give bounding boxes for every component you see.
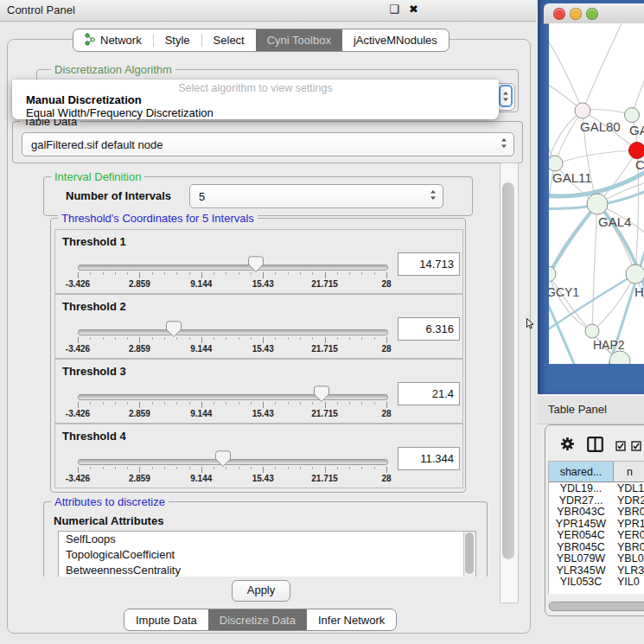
network-edge[interactable]	[632, 60, 644, 115]
cell-name[interactable]: YPR1	[614, 518, 644, 530]
node-table[interactable]: shared... n YDL19...YDL1YDR27...YDR2YBR0…	[548, 461, 644, 594]
spinner-arrows-icon	[502, 91, 509, 102]
threshold-slider-track[interactable]	[78, 394, 388, 400]
dropdown-option-equal-width-frequency[interactable]: Equal Width/Frequency Discretization	[15, 106, 496, 119]
mac-close-icon[interactable]	[553, 8, 565, 20]
threshold-slider-thumb[interactable]	[166, 321, 182, 338]
network-node[interactable]	[629, 143, 644, 159]
network-canvas[interactable]: GAL80GACGAL11GAL4GCY1HHAP2	[549, 23, 644, 364]
cell-name[interactable]: YBR0	[614, 541, 644, 553]
scrollbar-thumb[interactable]	[465, 532, 474, 574]
threshold-slider-thumb[interactable]	[314, 386, 329, 403]
tab-network[interactable]: Network	[73, 29, 153, 51]
tick-mark	[152, 272, 153, 275]
attribute-list-item[interactable]: BetweennessCentrality	[59, 563, 475, 577]
algorithm-combobox-spinner[interactable]	[499, 85, 513, 107]
panel-vertical-scrollbar[interactable]	[500, 163, 519, 603]
tab-impute-data[interactable]: Impute Data	[124, 609, 208, 630]
mac-zoom-icon[interactable]	[586, 8, 598, 20]
node-label: HAP2	[593, 338, 625, 352]
column-header-name[interactable]: n	[614, 462, 644, 481]
network-node[interactable]	[625, 108, 640, 123]
table-row[interactable]: YPR145WYPR1	[549, 518, 644, 530]
table-row[interactable]: YDR27...YDR2	[549, 494, 644, 507]
cell-name[interactable]: YDL1	[614, 482, 644, 494]
table-row[interactable]: YBR045CYBR0	[549, 541, 644, 553]
network-edge-thick[interactable]	[549, 204, 597, 296]
threshold-slider-track[interactable]	[78, 459, 388, 465]
network-node[interactable]	[587, 194, 608, 214]
threshold-value-field[interactable]: 14.713	[398, 252, 460, 276]
cell-name[interactable]: YLR3	[614, 564, 644, 577]
cell-name[interactable]: YBL0	[614, 552, 644, 564]
cell-shared-name[interactable]: YBL079W	[549, 552, 614, 564]
table-data-combobox[interactable]: galFiltered.sif default node	[22, 132, 514, 156]
threshold-slider-thumb[interactable]	[215, 450, 231, 468]
cell-shared-name[interactable]: YLR345W	[549, 564, 614, 577]
tab-jactivemnodules[interactable]: jActiveMNodules	[342, 29, 449, 51]
screen: Control Panel ❑ ✖ Network Style Select C…	[0, 0, 644, 644]
cell-shared-name[interactable]: YBR045C	[549, 541, 614, 553]
threshold-value-field[interactable]: 6.316	[398, 317, 460, 341]
table-row[interactable]: YBL079WYBL0	[549, 552, 644, 564]
attribute-list-item[interactable]: TopologicalCoefficient	[59, 547, 475, 563]
column-header-shared-name[interactable]: shared...	[549, 462, 614, 481]
table-row[interactable]: YLR345WYLR3	[549, 564, 644, 577]
network-node[interactable]	[626, 265, 644, 284]
checked-columns-icon[interactable]	[615, 439, 641, 455]
cell-name[interactable]: YDR2	[614, 494, 644, 507]
tab-infer-network[interactable]: Infer Network	[307, 609, 396, 630]
cell-shared-name[interactable]: YPR145W	[549, 518, 614, 530]
network-edge[interactable]	[555, 150, 637, 163]
scrollbar-thumb[interactable]	[549, 602, 644, 611]
mac-minimize-icon[interactable]	[570, 8, 582, 20]
table-row[interactable]: YER054CYER0	[549, 529, 644, 541]
table-row[interactable]: YBR043CYBR0	[549, 506, 644, 518]
threshold-value-field[interactable]: 21.4	[398, 382, 460, 405]
gear-icon[interactable]	[560, 437, 575, 455]
tick-mark	[226, 272, 226, 275]
number-of-intervals-combobox[interactable]: 5	[189, 184, 443, 208]
tick-label: 21.715	[311, 474, 338, 483]
network-edge[interactable]	[549, 30, 583, 111]
network-window-titlebar	[544, 3, 644, 24]
tab-select[interactable]: Select	[202, 29, 256, 51]
cell-name[interactable]: YBR0	[614, 506, 644, 518]
cell-shared-name[interactable]: YDL19...	[549, 482, 614, 494]
network-node[interactable]	[549, 266, 556, 282]
cell-shared-name[interactable]: YIL053C	[549, 576, 614, 588]
scrollbar-thumb[interactable]	[502, 182, 514, 559]
table-row[interactable]: YDL19...YDL1	[549, 482, 644, 494]
threshold-slider-track[interactable]	[78, 265, 388, 271]
cell-name[interactable]: YIL0	[614, 576, 644, 588]
numerical-attributes-list[interactable]: SelfLoopsTopologicalCoefficientBetweenne…	[58, 531, 476, 577]
network-edge[interactable]	[592, 204, 597, 331]
attribute-list-item[interactable]: SelfLoops	[59, 532, 475, 547]
float-window-icon[interactable]: ❑	[389, 3, 399, 16]
tick-mark	[325, 467, 326, 473]
control-panel-tabbar: Network Style Select Cyni Toolbox jActiv…	[73, 29, 450, 52]
network-node[interactable]	[585, 324, 599, 338]
dropdown-option-manual-discretization[interactable]: Manual Discretization	[15, 93, 496, 106]
tab-label: Style	[165, 34, 190, 47]
apply-button[interactable]: Apply	[232, 580, 290, 602]
cell-shared-name[interactable]: YER054C	[549, 529, 614, 541]
split-view-icon[interactable]	[587, 437, 603, 456]
cell-name[interactable]: YER0	[614, 529, 644, 541]
network-node[interactable]	[549, 156, 563, 171]
close-icon[interactable]: ✖	[409, 3, 418, 16]
attributes-list-scrollbar[interactable]	[463, 532, 475, 577]
table-row[interactable]: YIL053CYIL0	[549, 576, 644, 588]
tab-label: Select	[214, 34, 245, 47]
table-horizontal-scrollbar[interactable]	[548, 601, 644, 609]
network-node[interactable]	[575, 103, 590, 118]
threshold-slider-thumb[interactable]	[248, 256, 264, 273]
tab-cyni-toolbox[interactable]: Cyni Toolbox	[256, 29, 342, 51]
cell-shared-name[interactable]: YDR27...	[549, 494, 614, 507]
tab-style[interactable]: Style	[154, 29, 201, 51]
network-edge[interactable]	[583, 23, 625, 111]
threshold-value-field[interactable]: 11.344	[398, 447, 460, 470]
cell-shared-name[interactable]: YBR043C	[549, 506, 614, 518]
threshold-slider-track[interactable]	[78, 329, 388, 335]
tab-discretize-data[interactable]: Discretize Data	[208, 609, 307, 630]
